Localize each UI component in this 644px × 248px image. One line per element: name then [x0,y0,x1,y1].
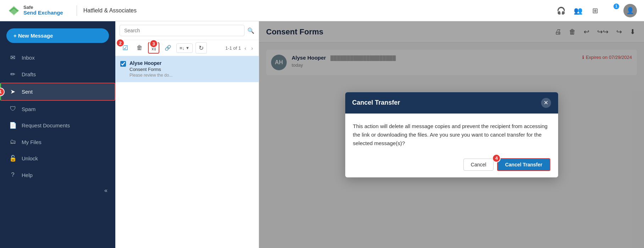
my-files-icon: 🗂 [9,138,17,145]
sort-icon: ≡↓ [180,45,185,51]
sidebar: + New Message ✉ Inbox ✏ Drafts 1 ➤ Sent … [0,21,115,248]
sidebar-item-label-drafts: Drafts [22,71,36,77]
message-subject: Consent Forms [130,67,254,72]
next-page-button[interactable]: › [250,44,254,52]
message-checkbox[interactable] [120,61,126,67]
sort-button[interactable]: ≡↓ ▼ [176,43,193,53]
sidebar-collapse-button[interactable]: « [0,183,115,198]
logo-svg [7,4,21,17]
modal-overlay: Cancel Transfer ✕ This action will delet… [259,21,644,248]
modal-footer: Cancel 4 Cancel Transfer [345,154,558,177]
sidebar-item-sent[interactable]: 1 ➤ Sent [0,83,115,101]
sidebar-item-label-unlock: Unlock [22,155,38,161]
content-panel: Consent Forms 🖨 🗑 ↩ ↪↪ ↪ ⬇ AH Alyse Hoop… [259,21,644,248]
logo-send-text: Send Exchange [23,10,63,16]
drafts-icon: ✏ [9,71,17,78]
link-icon-button[interactable]: 🔗 [162,42,174,54]
message-list-panel: 🔍 ☑ 2 🗑 ⛓ 3 🔗 ≡↓ ▼ [115,21,259,248]
logo-safe-text: Safe [23,5,63,10]
modal-title: Cancel Transfer [352,99,400,106]
headset-icon[interactable]: 🎧 [555,5,567,16]
modal-body-text: This action will delete all message copi… [353,122,550,148]
sidebar-item-label-help: Help [22,172,33,178]
step1-badge: 1 [0,88,5,96]
toolbar-icons: ☑ 2 🗑 ⛓ 3 🔗 ≡↓ ▼ ↻ [115,40,259,56]
message-content: Alyse Hooper Consent Forms Please review… [130,60,254,78]
new-message-button[interactable]: + New Message [6,28,109,43]
org-name: Hatfield & Associates [83,7,137,14]
logo-divider [77,5,77,16]
sidebar-item-label-my-files: My Files [22,139,42,145]
user-avatar[interactable]: 👤 [623,4,637,17]
modal-close-button[interactable]: ✕ [541,98,551,108]
link-icon: 🔗 [165,45,171,51]
step3-badge: 3 [149,39,158,48]
pagination-info: 1-1 of 1 ‹ › [225,44,254,52]
sidebar-item-help[interactable]: ? Help [0,167,115,183]
unlock-icon: 🔓 [9,155,17,162]
sidebar-item-my-files[interactable]: 🗂 My Files [0,134,115,150]
sidebar-item-label-inbox: Inbox [22,55,35,61]
delete-message-button[interactable]: 🗑 [134,42,145,54]
sidebar-item-spam[interactable]: 🛡 Spam [0,101,115,117]
message-preview: Please review the do... [130,73,229,78]
main-layout: + New Message ✉ Inbox ✏ Drafts 1 ➤ Sent … [0,21,644,248]
logo-area: Safe Send Exchange [7,4,63,17]
refresh-icon: ↻ [199,44,204,52]
pagination-text: 1-1 of 1 [225,45,241,51]
prev-page-button[interactable]: ‹ [243,44,248,52]
sidebar-item-inbox[interactable]: ✉ Inbox [0,49,115,66]
download-header-icon[interactable]: 1 [606,5,618,16]
collapse-icon: « [104,187,108,194]
modal-header: Cancel Transfer ✕ [345,92,558,114]
step4-badge: 4 [492,154,501,162]
notification-badge: 1 [613,4,619,9]
new-message-label: + New Message [13,33,53,39]
message-sender: Alyse Hooper [130,60,254,66]
sent-icon: ➤ [9,88,17,95]
request-doc-icon: 📄 [9,122,17,129]
sidebar-item-label-spam: Spam [22,106,35,112]
search-icon[interactable]: 🔍 [247,27,254,34]
inbox-icon: ✉ [9,54,17,61]
cancel-transfer-toolbar-button[interactable]: ⛓ 3 [148,42,159,54]
modal-confirm-cancel-transfer-button[interactable]: Cancel Transfer [497,158,550,171]
sidebar-nav: ✉ Inbox ✏ Drafts 1 ➤ Sent 🛡 Spam 📄 Reque… [0,49,115,248]
modal-cancel-button[interactable]: Cancel [463,159,494,171]
help-icon: ? [9,171,17,178]
cancel-transfer-modal: Cancel Transfer ✕ This action will delet… [345,92,558,177]
step2-badge: 2 [116,39,125,47]
sort-chevron: ▼ [186,46,189,50]
search-input[interactable] [120,25,244,36]
delete-icon: 🗑 [137,44,143,51]
search-bar: 🔍 [115,21,259,40]
users-icon[interactable]: 👥 [572,5,584,16]
select-all-checkbox[interactable]: ☑ 2 [120,42,131,54]
sidebar-item-label-request-documents: Request Documents [22,122,70,128]
message-list-item[interactable]: Alyse Hooper Consent Forms Please review… [115,56,259,82]
header-icons: 🎧 👥 ⊞ 1 👤 [555,4,637,17]
refresh-button[interactable]: ↻ [196,42,207,54]
top-header: Safe Send Exchange Hatfield & Associates… [0,0,644,21]
sidebar-item-drafts[interactable]: ✏ Drafts [0,66,115,83]
apps-icon[interactable]: ⊞ [589,5,601,16]
sidebar-item-label-sent: Sent [22,89,33,95]
spam-icon: 🛡 [9,105,17,112]
sidebar-item-request-documents[interactable]: 📄 Request Documents [0,117,115,134]
logo-text: Safe Send Exchange [23,5,63,16]
sidebar-item-unlock[interactable]: 🔓 Unlock [0,150,115,167]
modal-body: This action will delete all message copi… [345,114,558,154]
